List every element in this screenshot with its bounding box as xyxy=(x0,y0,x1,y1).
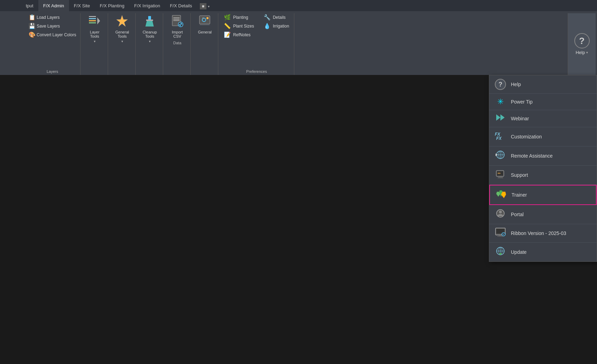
general-btn-group: General Data xyxy=(191,13,218,75)
svg-point-18 xyxy=(206,17,209,19)
irrigation-pref-button[interactable]: 💧 Irrigation xyxy=(262,22,291,30)
refnotes-pref-button[interactable]: 📝 RefNotes xyxy=(222,31,256,39)
help-menu-update[interactable]: Update xyxy=(489,243,597,261)
convert-layer-colors-icon: 🎨 xyxy=(29,31,35,38)
refnotes-pref-icon: 📝 xyxy=(224,31,231,38)
layers-group-label: Layers xyxy=(47,68,58,75)
convert-layer-colors-button[interactable]: 🎨 Convert Layer Colors xyxy=(27,31,77,39)
general-tools-button[interactable]: GeneralTools ▾ xyxy=(112,13,133,45)
svg-rect-19 xyxy=(200,24,210,25)
ribbon-version-icon: i xyxy=(495,228,506,239)
tab-dropdown-arrow: ▾ xyxy=(208,5,210,8)
tab-fx-site[interactable]: F/X Site xyxy=(69,0,95,11)
ribbon-tab-bar: tput F/X Admin F/X Site F/X Planting F/X… xyxy=(0,0,597,11)
svg-rect-3 xyxy=(89,22,96,23)
save-layers-button[interactable]: 💾 Save Layers xyxy=(27,22,77,30)
svg-rect-8 xyxy=(146,20,153,21)
tab-fx-planting[interactable]: F/X Planting xyxy=(95,0,129,11)
load-layers-icon: 📋 xyxy=(29,14,35,21)
plant-sizes-pref-button[interactable]: 📏 Plant Sizes xyxy=(222,22,256,30)
layers-buttons: 📋 Load Layers 💾 Save Layers 🎨 Convert La… xyxy=(27,13,77,68)
tab-dropdown[interactable]: ■ ▾ xyxy=(197,1,212,11)
tab-fx-details[interactable]: F/X Details xyxy=(165,0,197,11)
help-menu-help[interactable]: ? Help xyxy=(489,75,597,94)
details-pref-icon: 🔧 xyxy=(264,14,271,21)
layer-tools-button[interactable]: LayerTools ▾ xyxy=(84,13,105,45)
remote-assistance-icon xyxy=(495,150,506,162)
svg-rect-33 xyxy=(498,177,503,178)
cleanup-tools-icon xyxy=(143,15,156,29)
tab-tput[interactable]: tput xyxy=(21,0,38,11)
general-button[interactable]: General xyxy=(194,13,215,36)
svg-marker-5 xyxy=(116,15,128,26)
help-dropdown-arrow: ▾ xyxy=(586,51,588,54)
planting-pref-icon: 🌿 xyxy=(224,14,231,21)
update-icon xyxy=(495,246,506,258)
general-tools-dropdown-arrow: ▾ xyxy=(121,39,123,43)
webinar-icon xyxy=(495,114,506,123)
preferences-right-col: 🔧 Details 💧 Irrigation xyxy=(262,13,291,68)
import-csv-group: ImportCSV Data xyxy=(164,13,191,75)
svg-rect-17 xyxy=(203,17,203,19)
layer-tools-label: LayerTools xyxy=(90,30,100,38)
help-menu-webinar[interactable]: Webinar xyxy=(489,110,597,127)
svg-text:FX: FX xyxy=(496,136,502,141)
tab-fx-admin[interactable]: F/X Admin xyxy=(38,0,69,11)
svg-marker-20 xyxy=(496,114,500,121)
irrigation-pref-icon: 💧 xyxy=(264,23,271,29)
svg-rect-1 xyxy=(89,18,96,19)
cleanup-tools-dropdown-arrow: ▾ xyxy=(149,39,151,43)
layer-tools-dropdown-arrow: ▾ xyxy=(94,39,96,43)
svg-point-39 xyxy=(499,211,502,213)
tab-fx-irrigation[interactable]: F/X Irrigation xyxy=(129,0,165,11)
general-tools-group: GeneralTools ▾ General xyxy=(109,13,136,75)
details-pref-button[interactable]: 🔧 Details xyxy=(262,13,291,21)
import-csv-button[interactable]: ImportCSV xyxy=(167,13,188,40)
svg-rect-10 xyxy=(173,17,180,18)
svg-rect-11 xyxy=(173,19,180,20)
help-dropdown-menu: ? Help ✳ Power Tip Webinar FX FX Customi… xyxy=(489,75,597,262)
svg-text:✏: ✏ xyxy=(498,171,501,175)
load-layers-button[interactable]: 📋 Load Layers xyxy=(27,13,77,21)
ribbon: tput F/X Admin F/X Site F/X Planting F/X… xyxy=(0,0,597,75)
svg-rect-12 xyxy=(173,20,180,21)
svg-marker-7 xyxy=(145,21,154,26)
general-tools-icon xyxy=(116,15,128,29)
svg-marker-21 xyxy=(500,114,505,121)
ribbon-content: 📋 Load Layers 💾 Save Layers 🎨 Convert La… xyxy=(0,11,597,75)
svg-rect-0 xyxy=(89,16,96,17)
preferences-columns: 🌿 Planting 📏 Plant Sizes 📝 RefNotes 🔧 xyxy=(222,13,291,68)
preferences-left-col: 🌿 Planting 📏 Plant Sizes 📝 RefNotes xyxy=(222,13,256,68)
general-icon xyxy=(198,15,211,29)
power-tip-icon: ✳ xyxy=(495,97,506,106)
layer-tools-large: LayerTools ▾ xyxy=(84,13,105,68)
help-menu-remote-assistance[interactable]: Remote Assistance xyxy=(489,146,597,166)
svg-rect-45 xyxy=(497,236,504,237)
fx-customization-icon: FX FX xyxy=(495,131,506,143)
help-label: Help xyxy=(576,50,585,55)
svg-marker-4 xyxy=(97,17,100,24)
help-menu-support[interactable]: ✏ Support xyxy=(489,166,597,185)
help-menu-power-tip[interactable]: ✳ Power Tip xyxy=(489,94,597,110)
help-menu-trainer[interactable]: Trainer xyxy=(489,185,597,205)
layers-group: 📋 Load Layers 💾 Save Layers 🎨 Convert La… xyxy=(24,13,81,75)
cleanup-tools-group: CleanupTools ▾ Cleanup xyxy=(136,13,163,75)
cleanup-tools-button[interactable]: CleanupTools ▾ xyxy=(139,13,160,45)
support-icon: ✏ xyxy=(495,169,506,181)
help-button-group[interactable]: ? Help ▾ xyxy=(568,13,596,75)
help-menu-help-icon: ? xyxy=(495,79,506,90)
svg-rect-2 xyxy=(89,20,96,21)
import-csv-icon xyxy=(171,15,183,29)
help-menu-portal[interactable]: Portal xyxy=(489,205,597,224)
save-layers-icon: 💾 xyxy=(29,23,35,29)
layer-tools-icon xyxy=(88,15,101,29)
help-menu-ribbon-version[interactable]: i Ribbon Version - 2025-03 xyxy=(489,224,597,243)
help-menu-customization[interactable]: FX FX Customization xyxy=(489,127,597,146)
portal-icon xyxy=(495,208,506,220)
trainer-icon xyxy=(496,189,507,201)
help-circle-icon: ? xyxy=(574,33,590,48)
plant-sizes-pref-icon: 📏 xyxy=(224,23,231,29)
planting-pref-button[interactable]: 🌿 Planting xyxy=(222,13,256,21)
data-group-label: Data xyxy=(173,40,181,46)
preferences-group: 🌿 Planting 📏 Plant Sizes 📝 RefNotes 🔧 xyxy=(219,13,294,75)
